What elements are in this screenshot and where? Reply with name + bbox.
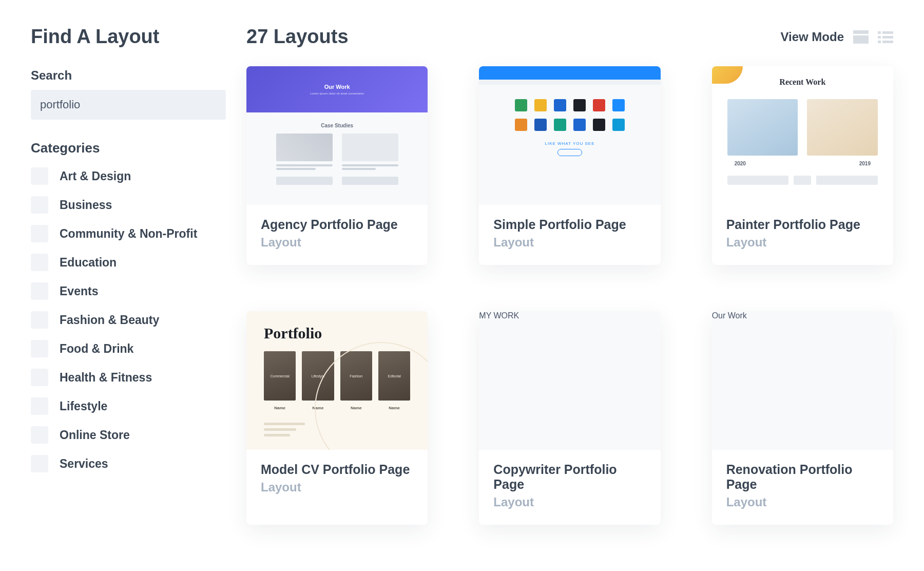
category-item[interactable]: Art & Design: [31, 167, 226, 185]
category-label: Lifestyle: [60, 399, 107, 413]
layout-title: Model CV Portfolio Page: [261, 462, 413, 477]
layout-type-label: Layout: [726, 235, 879, 250]
layout-thumbnail: Recent Work 20202019: [712, 66, 893, 205]
checkbox-icon[interactable]: [31, 426, 48, 444]
category-item[interactable]: Services: [31, 455, 226, 472]
layout-card[interactable]: Recent Work 20202019 Painter Portfolio P…: [712, 66, 893, 265]
card-body: Agency Portfolio Page Layout: [246, 205, 428, 265]
category-label: Health & Fitness: [60, 371, 152, 385]
checkbox-icon[interactable]: [31, 311, 48, 329]
category-item[interactable]: Business: [31, 196, 226, 214]
category-label: Food & Drink: [60, 342, 133, 356]
layout-title: Painter Portfolio Page: [726, 217, 879, 232]
layout-thumbnail: LIKE WHAT YOU SEE: [479, 66, 660, 205]
checkbox-icon[interactable]: [31, 340, 48, 357]
layout-title: Agency Portfolio Page: [261, 217, 413, 232]
main: 27 Layouts View Mode Our WorkLorem ipsum…: [246, 26, 893, 525]
svg-rect-6: [878, 41, 881, 43]
layout-card[interactable]: MY WORK Copywriter Portfolio Page Layout: [479, 311, 660, 525]
svg-rect-3: [882, 31, 893, 34]
card-body: Painter Portfolio Page Layout: [712, 205, 893, 265]
checkbox-icon[interactable]: [31, 225, 48, 242]
layout-type-label: Layout: [493, 235, 646, 250]
search-label: Search: [31, 68, 226, 83]
layout-type-label: Layout: [493, 495, 646, 509]
card-body: Model CV Portfolio Page Layout: [246, 450, 428, 510]
category-label: Events: [60, 284, 98, 298]
checkbox-icon[interactable]: [31, 196, 48, 214]
layout-thumbnail: MY WORK: [479, 311, 660, 450]
card-body: Copywriter Portfolio Page Layout: [479, 450, 660, 525]
search-input[interactable]: [31, 90, 226, 120]
layout-card[interactable]: Portfolio CommercialName LifestyleName F…: [246, 311, 428, 525]
sidebar: Find A Layout Search Categories Art & De…: [31, 26, 226, 525]
layout-title: Copywriter Portfolio Page: [493, 462, 646, 492]
checkbox-icon[interactable]: [31, 282, 48, 300]
category-label: Services: [60, 457, 108, 471]
layout-type-label: Layout: [261, 480, 413, 494]
category-item[interactable]: Online Store: [31, 426, 226, 444]
layout-thumbnail: Our Work: [712, 311, 893, 450]
category-item[interactable]: Community & Non-Profit: [31, 225, 226, 242]
grid-view-icon[interactable]: [853, 30, 869, 44]
layout-title: Simple Portfolio Page: [493, 217, 646, 232]
main-header: 27 Layouts View Mode: [246, 26, 893, 48]
list-view-icon[interactable]: [878, 30, 893, 44]
category-label: Art & Design: [60, 169, 131, 183]
results-grid: Our WorkLorem ipsum dolor sit amet conse…: [246, 66, 893, 525]
categories-list: Art & Design Business Community & Non-Pr…: [31, 167, 226, 472]
category-label: Fashion & Beauty: [60, 313, 159, 327]
card-body: Renovation Portfolio Page Layout: [712, 450, 893, 525]
layout-card[interactable]: LIKE WHAT YOU SEE Simple Portfolio Page …: [479, 66, 660, 265]
results-count: 27 Layouts: [246, 26, 349, 48]
svg-rect-4: [878, 36, 881, 39]
categories-heading: Categories: [31, 140, 226, 156]
checkbox-icon[interactable]: [31, 167, 48, 185]
category-item[interactable]: Health & Fitness: [31, 369, 226, 386]
svg-rect-2: [878, 31, 881, 34]
svg-rect-0: [853, 30, 869, 34]
layout-type-label: Layout: [261, 235, 413, 250]
view-mode-label: View Mode: [780, 30, 844, 44]
checkbox-icon[interactable]: [31, 254, 48, 271]
category-item[interactable]: Food & Drink: [31, 340, 226, 357]
category-label: Community & Non-Profit: [60, 227, 197, 241]
category-item[interactable]: Lifestyle: [31, 397, 226, 415]
layout-thumbnail: Our WorkLorem ipsum dolor sit amet conse…: [246, 66, 428, 205]
checkbox-icon[interactable]: [31, 369, 48, 386]
view-mode: View Mode: [780, 30, 893, 44]
layout-title: Renovation Portfolio Page: [726, 462, 879, 492]
layout-card[interactable]: Our Work Renovation Portfolio Page Layou…: [712, 311, 893, 525]
svg-rect-5: [882, 36, 893, 39]
svg-rect-7: [882, 41, 893, 43]
category-label: Business: [60, 198, 112, 212]
checkbox-icon[interactable]: [31, 397, 48, 415]
category-item[interactable]: Events: [31, 282, 226, 300]
page-title: Find A Layout: [31, 26, 226, 48]
category-label: Education: [60, 256, 117, 270]
category-item[interactable]: Education: [31, 254, 226, 271]
checkbox-icon[interactable]: [31, 455, 48, 472]
layout-thumbnail: Portfolio CommercialName LifestyleName F…: [246, 311, 428, 450]
layout-card[interactable]: Our WorkLorem ipsum dolor sit amet conse…: [246, 66, 428, 265]
category-label: Online Store: [60, 428, 130, 442]
card-body: Simple Portfolio Page Layout: [479, 205, 660, 265]
svg-rect-1: [853, 35, 869, 44]
layout-type-label: Layout: [726, 495, 879, 509]
category-item[interactable]: Fashion & Beauty: [31, 311, 226, 329]
